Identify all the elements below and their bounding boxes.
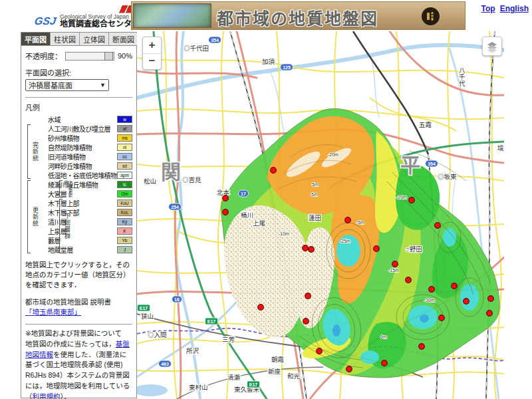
city-label: ◎吉見 [182, 176, 201, 184]
borehole-point[interactable] [309, 247, 315, 253]
contour-label: 6m [380, 334, 387, 339]
manual-link[interactable]: 「埼玉県南東部」 [25, 308, 81, 316]
legend-label: 低湿地・谷底低地堆積物 [48, 170, 116, 180]
borehole-point[interactable] [487, 311, 493, 317]
plan-select-value: 沖積層基底面 [29, 80, 72, 90]
legend-row: 人工河川敷及び埋立層af [48, 124, 132, 133]
svg-text:E17: E17 [140, 306, 148, 311]
site-header: 産総研 GSJ Geological Survey of Japan 地質調査総… [0, 0, 532, 31]
borehole-point[interactable] [419, 344, 425, 350]
legend-swatch: af [117, 125, 132, 132]
legend-swatch: Om [117, 190, 132, 198]
zoom-in-button[interactable]: + [143, 37, 161, 54]
region-label: 関 [161, 161, 184, 183]
borehole-point[interactable] [345, 217, 351, 223]
borehole-point[interactable] [223, 209, 229, 215]
nav-link-top[interactable]: Top [481, 4, 495, 13]
legend-label: 藪層 [48, 235, 61, 245]
city-label: 境 [497, 144, 504, 152]
legend-row: 砂州堆積物ms [48, 133, 132, 142]
borehole-point[interactable] [488, 296, 494, 302]
borehole-point[interactable] [439, 315, 445, 321]
tab-断面図[interactable]: 断面図 [109, 33, 138, 45]
base-map: 5m5m-5m-10m-20m-25m-20m-15m-30m6m 関平 ◎千代… [137, 31, 504, 399]
city-label: ○野田 [406, 245, 422, 253]
legend-list: 水域w完新統人工河川敷及び埋立層af砂州堆積物ms自然堤防堆積物nl旧河道堆積物… [25, 114, 132, 254]
about-text: 地質図の作成に当たっては， [25, 340, 116, 348]
legend-group-label: 完新統 [27, 124, 40, 179]
zoom-control: + − [142, 37, 162, 70]
opacity-label: 不透明度： [25, 51, 62, 61]
route-shield: 16 [172, 296, 182, 303]
legend-swatch: KoU [117, 200, 132, 207]
borehole-point[interactable] [392, 261, 398, 267]
gsj-logo[interactable]: GSJ Geological Survey of Japan 地質調査総合センタ… [35, 14, 140, 29]
svg-text:E17: E17 [249, 382, 258, 387]
click-note: 地質図上でクリックすると，その地点のカテゴリー値（地質区分）を確認できます． [25, 260, 132, 291]
borehole-point[interactable] [271, 168, 277, 174]
borehole-point[interactable] [258, 305, 264, 311]
legend-label: 自然堤防堆積物 [48, 142, 92, 152]
borehole-point[interactable] [223, 196, 229, 201]
borehole-point[interactable] [303, 245, 309, 251]
layers-icon [486, 41, 498, 53]
svg-text:254: 254 [171, 205, 179, 209]
borehole-point[interactable] [346, 366, 352, 372]
opacity-slider[interactable] [65, 52, 114, 61]
borehole-point[interactable] [435, 223, 441, 229]
city-label: 五霞 [419, 121, 432, 128]
route-shield: 463 [159, 360, 172, 367]
city-label: 上尾 [253, 219, 265, 227]
borehole-point[interactable] [382, 360, 388, 366]
expressway-shield: E17 [138, 305, 150, 311]
about-text: ）． [61, 392, 71, 399]
plan-select[interactable]: 沖積層基底面 ▼ [25, 79, 109, 91]
contour-label: 5m [311, 192, 318, 197]
legend-group-label: 下総層群 [59, 199, 72, 253]
opacity-slider-thumb[interactable] [104, 52, 113, 61]
tab-平面図[interactable]: 平面図 [21, 33, 51, 45]
borehole-point[interactable] [317, 348, 323, 354]
city-label: 東村山 [189, 384, 208, 391]
legend-title: 凡例 [25, 102, 132, 112]
contour-label: -25m [340, 239, 350, 243]
borehole-point[interactable] [303, 319, 309, 325]
contour-label: -10m [279, 231, 289, 236]
borehole-stamp-icon [422, 7, 440, 25]
city-label: ◎入間 [148, 331, 167, 338]
svg-text:125: 125 [283, 65, 291, 70]
about-note: ※地質図および背景図について 地質図の作成に当たっては，基盤地図情報を使用した．… [25, 329, 132, 399]
route-shield: 354 [209, 37, 221, 43]
divider [25, 324, 132, 325]
top-nav: TopEnglish [477, 4, 529, 13]
legend-label: 砂州堆積物 [48, 133, 79, 143]
sidebar: 平面図柱状図立体図断面図 不透明度： 90% 平面図の選択: 沖積層基底面 ▼ … [21, 32, 137, 398]
plan-select-label: 平面図の選択: [25, 67, 132, 78]
city-label: 和光 [287, 372, 301, 380]
contour-label: 5m [312, 182, 319, 187]
layers-button[interactable] [482, 37, 502, 56]
svg-text:354: 354 [428, 162, 436, 166]
terms-link[interactable]: 利用規約 [33, 392, 61, 399]
contour-label: -20m [396, 195, 407, 200]
legend-swatch: tc [117, 181, 132, 188]
map-viewport[interactable]: + − [137, 31, 504, 399]
borehole-point[interactable] [374, 246, 380, 252]
legend-swatch: J [117, 246, 132, 253]
legend-swatch: w [117, 116, 132, 123]
nav-link-english[interactable]: English [500, 4, 529, 13]
expressway-shield: E17 [247, 381, 260, 388]
tab-柱状図[interactable]: 柱状図 [51, 33, 80, 45]
title-banner: 都市域の地質地盤図 [131, 1, 466, 30]
legend-swatch: Ky [117, 218, 132, 225]
borehole-point[interactable] [464, 299, 469, 305]
borehole-point[interactable] [406, 277, 412, 283]
zoom-out-button[interactable]: − [143, 54, 161, 70]
borehole-point[interactable] [429, 287, 435, 293]
borehole-point[interactable] [409, 198, 415, 203]
borehole-point[interactable] [305, 293, 311, 299]
borehole-point[interactable] [452, 283, 458, 289]
contour-label: -15m [388, 268, 399, 273]
city-label: 北本 [217, 189, 230, 196]
tab-立体図[interactable]: 立体図 [80, 33, 109, 45]
